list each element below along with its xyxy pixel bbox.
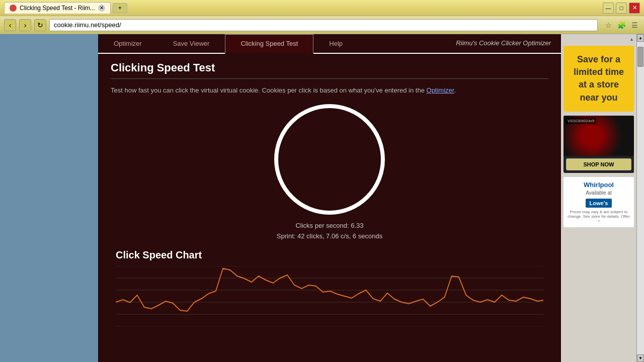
browser-tab[interactable]: Clicking Speed Test - Riim... ✕ — [4, 2, 111, 14]
ad-lowes: Lowe's — [586, 199, 612, 208]
cookie-area: Clicks per second: 6.33 Sprint: 42 click… — [111, 104, 548, 242]
scrollbar-track[interactable] — [637, 42, 644, 354]
ad-product: VSSCE6024x5 SHOP NOW — [564, 116, 634, 173]
nav-bar: Optimizer Save Viewer Clicking Speed Tes… — [98, 34, 561, 54]
ad-available-at: Available at — [568, 190, 630, 196]
chart-title: Click Speed Chart — [116, 249, 543, 261]
tab-close-button[interactable]: ✕ — [98, 5, 105, 12]
tab-favicon — [10, 5, 17, 12]
right-scrollbar: ▲ ▼ — [636, 34, 644, 362]
main-content: Optimizer Save Viewer Clicking Speed Tes… — [98, 34, 561, 362]
ad-disclaimer: Prices may vary & are subject to change.… — [568, 210, 630, 223]
address-text: cookie.riimu.net/speed/ — [54, 21, 121, 29]
address-icons: ☆ 🧩 ☰ — [603, 20, 640, 31]
ad-product-image: VSSCE6024x5 — [564, 116, 634, 156]
ad-product-overlay: VSSCE6024x5 — [566, 118, 596, 124]
minimize-button[interactable]: — — [603, 3, 614, 14]
menu-icon[interactable]: ☰ — [629, 20, 640, 31]
browser-titlebar: Clicking Speed Test - Riim... ✕ + — □ ✕ — [0, 0, 644, 16]
ad-badge: ▲ — [564, 37, 634, 42]
new-tab-button[interactable]: + — [113, 3, 127, 13]
scroll-up-arrow[interactable]: ▲ — [637, 34, 644, 42]
description: Test how fast you can click the virtual … — [111, 86, 548, 94]
forward-button[interactable]: › — [19, 19, 31, 31]
nav-optimizer[interactable]: Optimizer — [98, 34, 157, 53]
ad-yellow-banner: Save for a limited time at a store near … — [564, 46, 634, 112]
tab-title: Clicking Speed Test - Riim... — [20, 5, 95, 12]
maximize-button[interactable]: □ — [616, 3, 627, 14]
page-title: Clicking Speed Test — [111, 61, 548, 79]
ad-brand-name: Whirlpool — [568, 181, 630, 189]
bookmark-icon[interactable]: ☆ — [603, 20, 614, 31]
window-controls: — □ ✕ — [603, 3, 640, 14]
nav-save-viewer[interactable]: Save Viewer — [157, 34, 225, 53]
clicks-per-second: Clicks per second: 6.33 — [277, 221, 382, 231]
back-button[interactable]: ‹ — [4, 19, 16, 31]
address-input[interactable]: cookie.riimu.net/speed/ — [49, 19, 598, 31]
cookie-button[interactable] — [274, 104, 385, 215]
description-pre: Test how fast you can click the virtual … — [111, 86, 427, 94]
extension-icon[interactable]: 🧩 — [616, 20, 627, 31]
page-body: Clicking Speed Test Test how fast you ca… — [98, 54, 561, 362]
scrollbar-thumb[interactable] — [637, 47, 643, 67]
nav-help[interactable]: Help — [313, 34, 358, 53]
address-bar: ‹ › ↻ cookie.riimu.net/speed/ ☆ 🧩 ☰ — [0, 16, 644, 34]
chart-svg — [116, 266, 543, 326]
chart-canvas — [116, 266, 543, 328]
ad-panel: ▲ Save for a limited time at a store nea… — [561, 34, 636, 362]
optimizer-link[interactable]: Optimizer — [427, 86, 454, 94]
scroll-down-arrow[interactable]: ▼ — [637, 354, 644, 362]
close-button[interactable]: ✕ — [629, 3, 640, 14]
nav-clicking-speed-test[interactable]: Clicking Speed Test — [225, 34, 313, 54]
site-title: Riimu's Cookie Clicker Optimizer — [446, 34, 561, 53]
clicks-info: Clicks per second: 6.33 Sprint: 42 click… — [277, 221, 382, 242]
refresh-button[interactable]: ↻ — [34, 19, 46, 31]
chart-line — [116, 268, 543, 311]
sprint-info: Sprint: 42 clicks, 7.06 c/s, 6 seconds — [277, 231, 382, 242]
left-gutter — [0, 34, 98, 362]
description-post: . — [454, 86, 456, 94]
chart-section: Click Speed Chart 12.0 9.6 7.2 4.8 2.4 0… — [111, 249, 548, 328]
page-wrapper: Optimizer Save Viewer Clicking Speed Tes… — [0, 34, 644, 362]
ad-whirlpool: Whirlpool Available at Lowe's Prices may… — [564, 177, 634, 227]
ad-shop-now-button[interactable]: SHOP NOW — [566, 158, 631, 170]
